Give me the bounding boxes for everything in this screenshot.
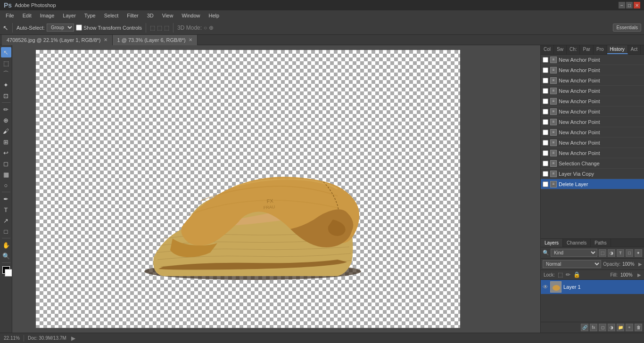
- tab-file2[interactable]: 1 @ 73.3% (Layer 6, RGB/8*) ✕: [113, 35, 198, 45]
- lock-pixels-icon[interactable]: ⬚: [558, 271, 563, 278]
- type-tool[interactable]: T: [1, 204, 11, 215]
- history-checkbox-10[interactable]: [543, 161, 548, 166]
- background-color[interactable]: [5, 269, 12, 277]
- filter-pixel-btn[interactable]: ⬚: [599, 249, 606, 257]
- transform-checkbox[interactable]: [76, 24, 82, 31]
- lasso-tool[interactable]: ⌒: [1, 69, 11, 79]
- history-item-6[interactable]: ≡New Anchor Point: [541, 117, 644, 127]
- brush-tool[interactable]: 🖌: [1, 126, 11, 136]
- history-checkbox-1[interactable]: [543, 67, 548, 73]
- act-tab[interactable]: Act: [628, 45, 641, 54]
- history-item-3[interactable]: ≡New Anchor Point: [541, 86, 644, 96]
- new-layer-btn[interactable]: +: [626, 324, 633, 331]
- history-checkbox-4[interactable]: [543, 98, 548, 104]
- history-item-7[interactable]: ≡New Anchor Point: [541, 127, 644, 138]
- history-item-10[interactable]: ≡Selection Change: [541, 158, 644, 169]
- layers-tab-layers[interactable]: Layers: [541, 239, 563, 247]
- par-tab[interactable]: Par: [580, 45, 594, 54]
- history-item-8[interactable]: ≡New Anchor Point: [541, 138, 644, 148]
- close-button[interactable]: ✕: [634, 2, 640, 8]
- essentials-button[interactable]: Essentials: [613, 24, 641, 32]
- tab-file1-close[interactable]: ✕: [104, 37, 107, 42]
- delete-layer-btn[interactable]: 🗑: [635, 324, 642, 331]
- menu-item-help[interactable]: Help: [205, 12, 223, 19]
- filter-adj-btn[interactable]: ◑: [608, 249, 615, 257]
- history-checkbox-8[interactable]: [543, 140, 548, 146]
- history-checkbox-0[interactable]: [543, 57, 548, 63]
- add-adjustment-btn[interactable]: ◑: [608, 324, 615, 331]
- col-tab[interactable]: Col: [541, 45, 554, 54]
- history-item-9[interactable]: ≡New Anchor Point: [541, 148, 644, 158]
- filter-kind-select[interactable]: Kind: [551, 249, 597, 257]
- menu-item-window[interactable]: Window: [178, 12, 204, 19]
- minimize-button[interactable]: −: [619, 2, 625, 8]
- path-select-tool[interactable]: ↗: [1, 215, 11, 226]
- history-checkbox-5[interactable]: [543, 109, 548, 114]
- menu-item-3d[interactable]: 3D: [143, 12, 157, 19]
- blend-mode-select[interactable]: Normal: [543, 260, 601, 268]
- history-item-0[interactable]: ≡New Anchor Point: [541, 55, 644, 65]
- history-checkbox-12[interactable]: [543, 181, 548, 187]
- pen-tool[interactable]: ✒: [1, 194, 11, 204]
- 3d-mode-icon2[interactable]: ⊕: [209, 24, 214, 31]
- menu-item-file[interactable]: File: [2, 12, 18, 19]
- pro-tab[interactable]: Pro: [594, 45, 607, 54]
- history-checkbox-6[interactable]: [543, 119, 548, 125]
- ch-tab[interactable]: Ch:: [567, 45, 580, 54]
- sw-tab[interactable]: Sw: [554, 45, 567, 54]
- group-select[interactable]: Group Layer: [47, 24, 74, 32]
- move-tool[interactable]: ↖: [1, 47, 11, 57]
- eyedropper-tool[interactable]: ✏: [1, 104, 11, 114]
- quick-select-tool[interactable]: ✦: [1, 80, 11, 90]
- add-effect-btn[interactable]: fx: [590, 324, 597, 331]
- menu-item-view[interactable]: View: [158, 12, 177, 19]
- menu-item-edit[interactable]: Edit: [19, 12, 35, 19]
- opacity-expand-icon[interactable]: ▶: [638, 261, 642, 267]
- history-item-12[interactable]: ≡Delete Layer: [541, 179, 644, 189]
- dodge-tool[interactable]: ○: [1, 180, 11, 190]
- history-item-5[interactable]: ≡New Anchor Point: [541, 106, 644, 117]
- history-tab[interactable]: History: [607, 45, 628, 54]
- history-checkbox-3[interactable]: [543, 88, 548, 94]
- crop-tool[interactable]: ⊡: [1, 90, 11, 101]
- history-item-4[interactable]: ≡New Anchor Point: [541, 96, 644, 106]
- align-left-icon[interactable]: ⬚: [150, 24, 155, 31]
- layer-item[interactable]: 👁 Layer 1: [541, 280, 644, 294]
- doc-info-expand[interactable]: ▶: [71, 335, 75, 342]
- fill-expand-icon[interactable]: ▶: [637, 272, 641, 278]
- gradient-tool[interactable]: ▦: [1, 169, 11, 180]
- menu-item-type[interactable]: Type: [81, 12, 99, 19]
- hand-tool[interactable]: ✋: [1, 240, 11, 250]
- filter-shape-btn[interactable]: □: [626, 249, 633, 257]
- link-layers-btn[interactable]: 🔗: [581, 324, 588, 331]
- history-checkbox-7[interactable]: [543, 130, 548, 135]
- spot-heal-tool[interactable]: ⊕: [1, 115, 11, 125]
- lock-all-icon[interactable]: 🔒: [573, 271, 580, 278]
- layer-visibility-icon[interactable]: 👁: [543, 284, 548, 290]
- tab-file1[interactable]: 4708526.jpg @ 22.1% (Layer 1, RGB/8*) ✕: [2, 35, 113, 45]
- filter-smart-btn[interactable]: ✦: [635, 249, 642, 257]
- history-checkbox-2[interactable]: [543, 78, 548, 83]
- shape-tool[interactable]: □: [1, 226, 11, 237]
- menu-item-select[interactable]: Select: [100, 12, 123, 19]
- stamp-tool[interactable]: ⊞: [1, 137, 11, 147]
- zoom-tool[interactable]: 🔍: [1, 251, 11, 261]
- history-item-11[interactable]: ≡Layer Via Copy: [541, 169, 644, 179]
- new-group-btn[interactable]: 📁: [617, 324, 624, 331]
- menu-item-image[interactable]: Image: [36, 12, 58, 19]
- lock-position-icon[interactable]: ✏: [566, 271, 570, 278]
- add-mask-btn[interactable]: ◻: [599, 324, 606, 331]
- filter-text-btn[interactable]: T: [617, 249, 624, 257]
- history-item-2[interactable]: ≡New Anchor Point: [541, 75, 644, 86]
- marquee-tool[interactable]: ⬚: [1, 58, 11, 68]
- menu-item-filter[interactable]: Filter: [123, 12, 142, 19]
- maximize-button[interactable]: □: [626, 2, 633, 8]
- history-brush-tool[interactable]: ↩: [1, 147, 11, 158]
- align-right-icon[interactable]: ⬚: [164, 24, 169, 31]
- tab-file2-close[interactable]: ✕: [189, 37, 192, 42]
- align-center-icon[interactable]: ⬚: [157, 24, 162, 31]
- layers-tab-paths[interactable]: Paths: [591, 239, 611, 247]
- history-checkbox-11[interactable]: [543, 171, 548, 177]
- history-checkbox-9[interactable]: [543, 150, 548, 156]
- layers-tab-channels[interactable]: Channels: [563, 239, 591, 247]
